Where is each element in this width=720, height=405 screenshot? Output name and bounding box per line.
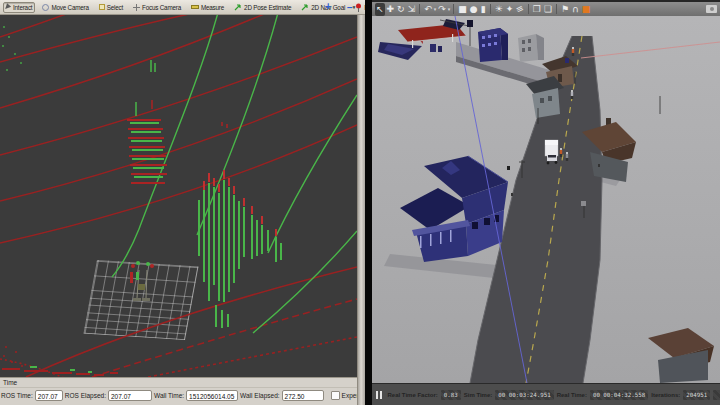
copy-icon[interactable]: ❐ — [532, 3, 542, 16]
add-tool-button[interactable]: + — [325, 1, 331, 13]
ros-elapsed-label: ROS Elapsed: — [65, 392, 106, 399]
sim-time-label: Sim Time: — [464, 392, 493, 398]
align-flag-icon[interactable]: ⚑ — [560, 3, 570, 16]
interact-cursor-icon — [5, 3, 12, 10]
blue-house-model[interactable] — [400, 156, 508, 262]
gazebo-3d-viewport[interactable] — [372, 16, 720, 383]
tool-label: Move Camera — [51, 4, 88, 11]
real-time-value: 00 00:04:32.558 — [590, 390, 648, 400]
tool-move-camera[interactable]: Move Camera — [39, 2, 91, 13]
lidar-rings-red-lower — [0, 267, 357, 377]
tool-label: Interact — [13, 4, 32, 11]
wall-elapsed-field[interactable]: 272.50 — [282, 390, 324, 401]
iterations-value: 204951 — [683, 390, 710, 400]
directional-light-icon[interactable]: ≡ — [513, 1, 527, 17]
gazebo-scene-render — [372, 16, 720, 383]
rviz-scrollbar[interactable] — [357, 15, 365, 405]
statusbar-extra-box — [713, 390, 720, 400]
focus-crosshair-icon — [133, 4, 140, 11]
blue-building-model[interactable] — [478, 28, 508, 62]
real-time-factor-label: Real Time Factor: — [388, 392, 438, 398]
tool-focus-camera[interactable]: Focus Camera — [130, 2, 184, 13]
select-box-icon — [99, 4, 105, 10]
scale-tool-icon[interactable]: ⇲ — [407, 3, 417, 16]
tool-label: 2D Pose Estimate — [244, 4, 291, 11]
iterations-label: Iterations: — [651, 392, 680, 398]
ros-elapsed-field[interactable]: 207.07 — [108, 390, 152, 401]
sim-time-value: 00 00:03:24.951 — [495, 390, 553, 400]
point-light-icon[interactable]: ☀ — [494, 3, 504, 16]
tool-measure[interactable]: Measure — [188, 2, 227, 13]
time-panel: Time ROS Time: 207.07 ROS Elapsed: 207.0… — [0, 377, 357, 405]
lidar-pointcloud-render — [0, 15, 357, 377]
tool-2d-nav-goal[interactable]: 2D Nav Goal — [298, 1, 348, 13]
gazebo-statusbar: Real Time Factor: 0.83 Sim Time: 00 00:0… — [372, 383, 720, 405]
screenshot-camera-icon[interactable] — [706, 5, 717, 13]
toolbar-separator — [528, 4, 529, 14]
wall-scan-returns — [127, 60, 227, 183]
obstacle-pointcloud-cluster — [199, 170, 281, 328]
box-shape-icon[interactable]: ■ — [457, 3, 468, 16]
translate-tool-icon[interactable]: ✚ — [386, 3, 396, 16]
paste-icon[interactable]: ❏ — [543, 3, 553, 16]
time-panel-title: Time — [0, 378, 357, 388]
desktop: Interact Move Camera Select Focus Camera… — [0, 0, 720, 405]
rviz-toolbar: Interact Move Camera Select Focus Camera… — [0, 0, 365, 15]
toolbar-separator — [419, 4, 420, 14]
toolbar-separator — [556, 4, 557, 14]
redo-icon[interactable]: ↷ — [437, 3, 447, 16]
lidar-rings-red-upper — [0, 15, 357, 243]
tool-select[interactable]: Select — [96, 2, 126, 13]
wall-elapsed-label: Wall Elapsed: — [240, 392, 280, 399]
real-time-label: Real Time: — [557, 392, 587, 398]
experimental-checkbox[interactable] — [331, 391, 340, 400]
redo-caret-icon[interactable]: ▾ — [448, 3, 451, 16]
pause-button[interactable] — [376, 391, 382, 399]
pose-estimate-arrow-icon — [234, 3, 242, 11]
gazebo-toolbar: ↖ ✚ ↻ ⇲ ↶ ▾ ↷ ▾ ■ ● ▮ ☀ ✦ ≡ ❐ ❏ ⚑ ∩ ■ — [372, 0, 720, 16]
brown-house-bottom-model[interactable] — [648, 328, 714, 383]
undo-icon[interactable]: ↶ — [423, 3, 433, 16]
publish-point-pin-icon — [355, 3, 362, 12]
tool-label: Focus Camera — [142, 4, 181, 11]
stone-building-model[interactable] — [518, 34, 544, 62]
sphere-shape-icon[interactable]: ● — [469, 3, 479, 16]
experimental-label: Experimental — [342, 392, 357, 399]
wall-time-field[interactable]: 1512056014.05 — [186, 390, 238, 401]
undo-caret-icon[interactable]: ▾ — [434, 3, 437, 16]
rviz-3d-viewport[interactable] — [0, 15, 357, 377]
toolbar-separator — [490, 4, 491, 14]
tool-2d-pose-estimate[interactable]: 2D Pose Estimate — [231, 1, 294, 13]
nav-goal-arrow-icon — [301, 3, 309, 11]
near-field-returns — [2, 346, 118, 375]
ros-time-label: ROS Time: — [1, 392, 33, 399]
gazebo-window: ↖ ✚ ↻ ⇲ ↶ ▾ ↷ ▾ ■ ● ▮ ☀ ✦ ≡ ❐ ❏ ⚑ ∩ ■ — [372, 0, 720, 405]
cylinder-shape-icon[interactable]: ▮ — [480, 3, 487, 16]
tool-label: Select — [107, 4, 123, 11]
move-camera-orb-icon — [42, 4, 49, 11]
ros-time-field[interactable]: 207.07 — [35, 390, 63, 401]
rotate-tool-icon[interactable]: ↻ — [396, 3, 406, 16]
real-time-factor-value: 0.83 — [441, 390, 461, 400]
tool-label: Measure — [201, 4, 224, 11]
window-gap — [365, 0, 372, 405]
select-tool-icon[interactable]: ↖ — [375, 3, 385, 16]
tool-interact[interactable]: Interact — [3, 2, 35, 13]
laser-ray-pink — [581, 42, 720, 58]
view-angle-icon[interactable]: ■ — [581, 3, 592, 16]
measure-ruler-icon — [191, 5, 199, 9]
toolbar-separator — [453, 4, 454, 14]
wall-time-label: Wall Time: — [154, 392, 184, 399]
robot-model[interactable] — [130, 261, 154, 301]
dropdown-caret-icon: ▾ — [353, 4, 355, 10]
snap-icon[interactable]: ∩ — [571, 3, 580, 16]
rviz-window: Interact Move Camera Select Focus Camera… — [0, 0, 365, 405]
time-panel-fields: ROS Time: 207.07 ROS Elapsed: 207.07 Wal… — [0, 388, 357, 401]
remove-tool-button[interactable]: −▾ — [347, 1, 355, 14]
